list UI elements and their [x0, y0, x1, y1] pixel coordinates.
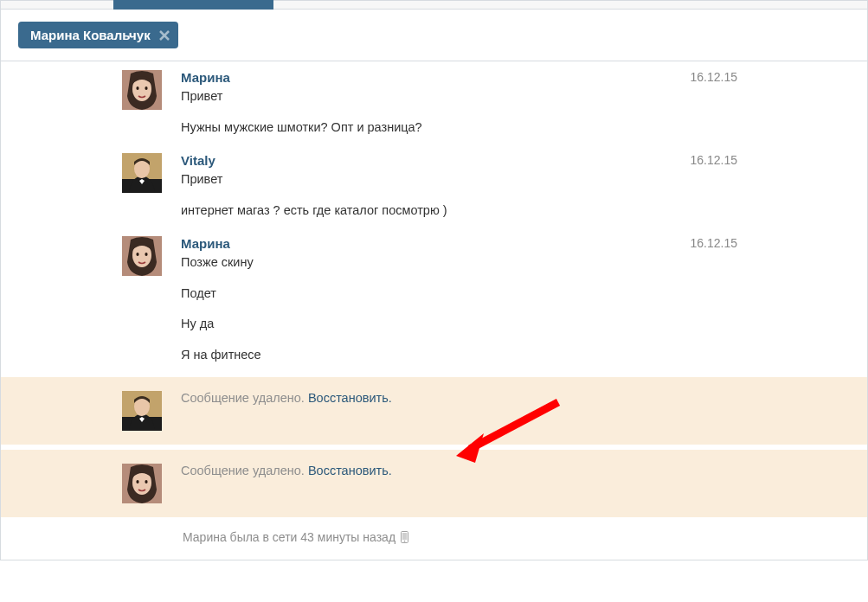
message-body: МаринаПриветНужны мужские шмотки? Опт и …	[181, 70, 841, 141]
deleted-message: Сообщение удалено. Восстановить.	[1, 449, 867, 518]
svg-point-22	[404, 540, 406, 541]
message-date: 16.12.15	[691, 153, 738, 167]
author-link[interactable]: Марина	[181, 236, 230, 251]
tab-strip	[1, 1, 867, 10]
header-bar: Марина Ковальчук	[1, 10, 867, 61]
contact-chip-label: Марина Ковальчук	[30, 28, 151, 42]
message-text: Позже скину	[181, 254, 841, 272]
avatar[interactable]	[122, 464, 162, 503]
message-text: Привет	[181, 88, 841, 106]
avatar[interactable]	[122, 153, 162, 193]
message-list: 16.12.15МаринаПриветНужны мужские шмотки…	[1, 61, 867, 518]
message-text: интернет магаз ? есть где каталог посмот…	[181, 202, 841, 220]
message-body: МаринаПозже скинуПодетНу даЯ на фитнесе	[181, 236, 841, 368]
svg-point-4	[136, 86, 138, 90]
author-link[interactable]: Vitaly	[181, 153, 215, 168]
online-status-text: Марина была в сети 43 минуты назад	[183, 530, 395, 544]
avatar[interactable]	[122, 391, 162, 431]
restore-link[interactable]: Восстановить.	[308, 391, 392, 405]
message-body: Сообщение удалено. Восстановить.	[181, 464, 841, 503]
message-header: Марина	[181, 236, 841, 251]
avatar[interactable]	[122, 236, 162, 276]
message-header: Vitaly	[181, 153, 841, 168]
avatar[interactable]	[122, 70, 162, 110]
svg-point-18	[136, 480, 138, 484]
message: 16.12.15МаринаПозже скинуПодетНу даЯ на …	[1, 227, 867, 372]
deleted-message: Сообщение удалено. Восстановить.	[1, 376, 867, 445]
restore-link[interactable]: Восстановить.	[308, 464, 392, 477]
message-text: Нужны мужские шмотки? Опт и разница?	[181, 119, 841, 137]
svg-point-11	[136, 253, 138, 256]
svg-point-12	[145, 253, 147, 256]
svg-point-5	[145, 86, 147, 90]
app-frame: Марина Ковальчук 16.12.15МаринаПриветНуж…	[0, 0, 868, 560]
message-text: Подет	[181, 285, 841, 303]
message-date: 16.12.15	[691, 236, 738, 250]
message-text: Ну да	[181, 316, 841, 333]
message: 16.12.15МаринаПриветНужны мужские шмотки…	[1, 61, 867, 144]
message: 16.12.15VitalyПриветинтернет магаз ? ест…	[1, 144, 867, 227]
deleted-label: Сообщение удалено.	[181, 464, 308, 477]
message-body: Сообщение удалено. Восстановить.	[181, 391, 841, 431]
contact-chip[interactable]: Марина Ковальчук	[18, 22, 178, 48]
message-body: VitalyПриветинтернет магаз ? есть где ка…	[181, 153, 841, 224]
svg-point-19	[145, 480, 147, 484]
message-date: 16.12.15	[691, 70, 738, 84]
deleted-label: Сообщение удалено.	[181, 391, 308, 405]
footer-status: Марина была в сети 43 минуты назад	[1, 518, 867, 560]
close-icon[interactable]	[159, 30, 170, 41]
author-link[interactable]: Марина	[181, 70, 230, 85]
message-text: Привет	[181, 171, 841, 189]
mobile-icon	[401, 531, 408, 543]
message-header: Марина	[181, 70, 841, 85]
svg-rect-21	[402, 533, 407, 540]
message-text: Я на фитнесе	[181, 347, 841, 364]
